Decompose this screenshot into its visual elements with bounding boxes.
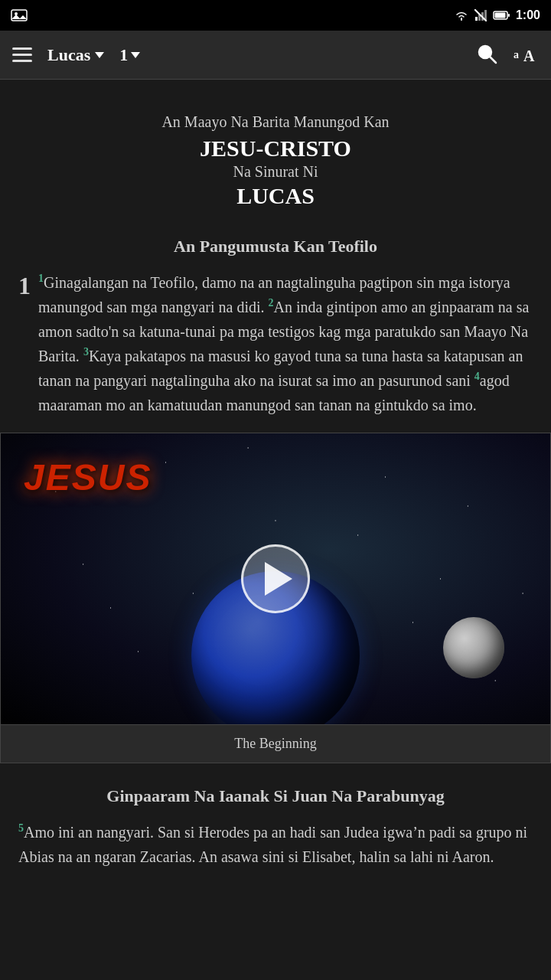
svg-rect-10 [508, 14, 510, 17]
svg-text:a: a [514, 49, 519, 60]
svg-line-12 [490, 57, 496, 63]
nav-bar: Lucas 1 a A [0, 31, 551, 80]
menu-button[interactable] [12, 47, 32, 62]
svg-text:A: A [523, 47, 535, 64]
photo-icon [11, 8, 28, 22]
book-header-section: An Maayo Na Barita Manungod Kan JESU-CRI… [0, 80, 551, 417]
verse-num-4: 4 [474, 371, 480, 382]
chapter-num: 1 [119, 45, 128, 65]
verse-num-3: 3 [83, 346, 89, 358]
chapter-selector[interactable]: 1 [119, 45, 140, 65]
section1-heading: An Pangumusta Kan Teofilo [18, 237, 533, 256]
video-title-overlay: JESUS [24, 456, 152, 498]
section2-heading: Ginpaaram Na Iaanak Si Juan Na Parabunya… [18, 786, 533, 806]
book-header: An Maayo Na Barita Manungod Kan JESU-CRI… [18, 95, 533, 229]
verse-block-1: 1 1Ginagalangan na Teofilo, damo na an n… [18, 270, 533, 417]
play-triangle-icon [265, 562, 292, 596]
video-container[interactable]: JESUS The Beginning [0, 433, 551, 763]
svg-rect-3 [475, 17, 478, 21]
planet-moon [443, 617, 504, 678]
signal-icon [474, 9, 487, 21]
video-caption: The Beginning [1, 724, 550, 763]
nav-left: Lucas 1 [12, 45, 140, 65]
status-bar-right: 1:00 [455, 8, 540, 22]
verse-num-1: 1 [38, 273, 44, 284]
time-display: 1:00 [516, 8, 540, 22]
search-button[interactable] [476, 43, 497, 67]
book-title-jesu-cristo: JESU-CRISTO [18, 133, 533, 163]
chapter-number-display: 1 [18, 273, 31, 417]
book-dropdown-arrow [95, 52, 104, 58]
font-size-button[interactable]: a A [513, 43, 539, 67]
wifi-icon [455, 10, 468, 21]
section2: Ginpaaram Na Iaanak Si Juan Na Parabunya… [0, 763, 551, 884]
nav-right: a A [476, 43, 539, 67]
status-bar: 1:00 [0, 0, 551, 31]
verse-5-text: Amo ini an nangyari. San si Herodes pa a… [18, 824, 527, 865]
verse-num-2: 2 [269, 297, 274, 309]
status-bar-left [11, 8, 28, 22]
verse-text-1: 1Ginagalangan na Teofilo, damo na an nag… [38, 270, 533, 417]
verse-text-2: 5Amo ini an nangyari. San si Herodes pa … [18, 820, 533, 869]
chapter-dropdown-arrow [131, 52, 140, 58]
book-name: Lucas [47, 45, 90, 65]
book-selector[interactable]: Lucas [47, 45, 104, 65]
svg-marker-2 [11, 15, 27, 19]
video-thumbnail[interactable]: JESUS [1, 433, 550, 724]
book-written-by: Na Sinurat Ni [18, 163, 533, 181]
play-button[interactable] [241, 544, 310, 613]
verse-num-5: 5 [18, 822, 24, 834]
svg-rect-9 [494, 13, 505, 18]
battery-icon [493, 11, 510, 20]
book-author-lucas: LUCAS [18, 181, 533, 211]
book-subtitle-line1: An Maayo Na Barita Manungod Kan [18, 110, 533, 133]
